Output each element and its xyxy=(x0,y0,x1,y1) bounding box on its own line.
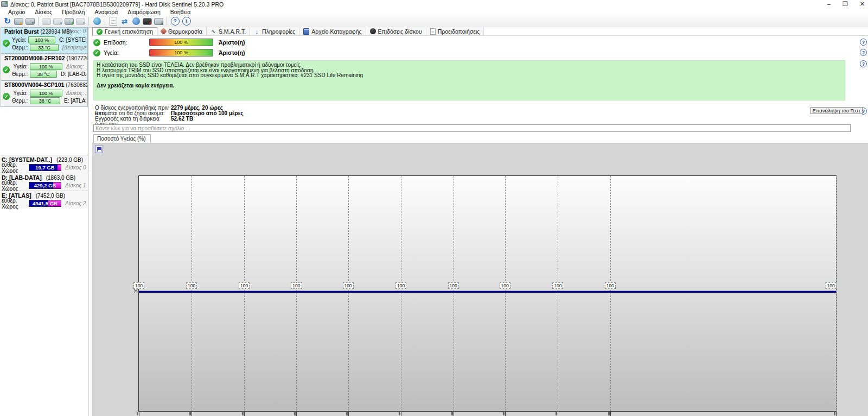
performance-label: Επίδοση: xyxy=(104,39,136,46)
vertical-gridline xyxy=(296,176,297,411)
disk-search-icon[interactable]: ○ xyxy=(75,16,86,26)
monitor-icon[interactable]: ✕ xyxy=(142,16,152,26)
disk-name: Patriot Burst xyxy=(4,28,41,35)
disk-list-item[interactable]: ST2000DM008-2FR102 (1907726 MB)✓Υγεία:10… xyxy=(1,54,88,80)
health-row: ✓ Υγεία: 100 % Άριστο(η) xyxy=(93,49,245,56)
menu-item[interactable]: Δίσκος xyxy=(30,9,57,15)
menu-item[interactable]: Αρχείο xyxy=(3,9,30,15)
performance-bar: 100 % xyxy=(149,39,213,46)
tab-perf[interactable]: Επιδόσεις δίσκου xyxy=(366,27,426,35)
partition-list-item[interactable]: C: [SYSTEM-DAT..](223,0 GB)εύθερ. Χώρος1… xyxy=(1,155,88,173)
performance-value: 100 % xyxy=(174,40,188,45)
disk-status-bar: 38 °C xyxy=(30,71,57,78)
x-axis-tick xyxy=(558,411,558,416)
save-chart-icon[interactable] xyxy=(95,146,103,153)
help-icon[interactable]: ? xyxy=(860,49,867,56)
tab-bar: ✓Γενική επισκόπησηΘερμοκρασία∿S.M.A.R.T.… xyxy=(92,27,868,36)
menu-item[interactable]: Διαμόρφωση xyxy=(123,9,165,15)
globe-icon[interactable] xyxy=(92,16,102,26)
assessment-box: Η κατάσταση του SSD είναι ΤΕΛΕΙΑ. Δεν βρ… xyxy=(93,60,845,100)
x-axis-label-fragment xyxy=(451,412,453,415)
report-icon[interactable] xyxy=(108,16,118,26)
disk-header: Δίσκος: 0Patriot Burst (228934 MB) xyxy=(1,28,87,35)
tab-check[interactable]: ✓Γενική επισκόπηση xyxy=(92,27,157,35)
x-axis-tick xyxy=(610,411,611,416)
x-axis-label-fragment xyxy=(189,412,191,415)
chart-tab-row: Ποσοστό Υγείας (%) xyxy=(93,134,151,143)
info-icon[interactable]: i xyxy=(181,16,192,26)
stat-value: 52.62 TB xyxy=(171,116,193,122)
stat-label: Εγγραφές κατά τη διάρκεια ζωής του: xyxy=(95,116,171,122)
disk-name: ST2000DM008-2FR102 xyxy=(4,55,66,61)
chart-tab-health-percent[interactable]: Ποσοστό Υγείας (%) xyxy=(93,134,151,143)
disk-status-bar: 100 % xyxy=(30,90,62,97)
disk-status-bar: 100 % xyxy=(30,63,62,70)
hard-disk-sentinel-window: Δίσκος: 0, Patriot Burst [BAC7078B1B5300… xyxy=(0,0,868,416)
close-button[interactable]: ✕ xyxy=(860,0,865,8)
assessment-action: Δεν χρειάζεται καμία ενέργεια. xyxy=(97,83,842,89)
tab-thermo[interactable]: Θερμοκρασία xyxy=(157,27,207,35)
tab-alert[interactable]: Προειδοποιήσεις xyxy=(426,27,484,35)
menu-item[interactable]: Βοήθεια xyxy=(165,9,196,15)
disk-ok-icon[interactable]: ● xyxy=(64,16,74,26)
sync-icon[interactable]: ⇄ xyxy=(119,16,130,26)
x-axis-label-fragment xyxy=(834,412,835,415)
toolbar: ↻▲✦●●○⇄✕◢?i xyxy=(0,15,868,28)
x-axis-label-fragment xyxy=(242,412,244,415)
ok-check-icon: ✓ xyxy=(93,39,100,46)
alert-tab-icon xyxy=(430,28,436,35)
stat-row: Εγγραφές κατά τη διάρκεια ζωής του:52.62… xyxy=(95,116,244,122)
menu-item[interactable]: Προβολή xyxy=(57,9,90,15)
data-point-label: 100 xyxy=(342,282,353,289)
tab-log[interactable]: Αρχείο Καταγραφής xyxy=(299,27,366,35)
x-axis-label-fragment xyxy=(608,412,610,415)
partition-disk-number: Δίσκος 1 xyxy=(65,182,86,188)
comment-input[interactable] xyxy=(93,124,851,132)
disk-header: ST2000DM008-2FR102 (1907726 MB) xyxy=(1,54,87,62)
ok-check-icon: ✓ xyxy=(3,93,10,100)
tab-label: Προειδοποιήσεις xyxy=(438,28,480,35)
health-value: 100 % xyxy=(174,50,188,55)
data-point-label: 100 xyxy=(186,282,197,289)
help-icon[interactable]: ? xyxy=(860,39,867,46)
free-space-bar: 19,7 GB xyxy=(29,164,61,171)
tab-info[interactable]: ↓Πληροφορίες xyxy=(250,27,299,35)
tab-smart[interactable]: ∿S.M.A.R.T. xyxy=(207,27,250,35)
ok-check-icon: ✓ xyxy=(93,49,100,56)
partition-list-item[interactable]: E: [ATLAS](7452,0 GB)εύθερ. Χώρος4941,5 … xyxy=(1,191,88,209)
disk-list-item[interactable]: ST8000VN004-3CP101 (7630882 MB)✓Υγεία:10… xyxy=(1,80,88,107)
vertical-gridline xyxy=(401,176,401,411)
toolbar-separator xyxy=(88,17,89,26)
disk-size: (1907726 MB) xyxy=(66,55,87,61)
log-tab-icon xyxy=(303,28,309,35)
disk-row-label: Θερμ.: xyxy=(12,45,28,51)
performance-row: ✓ Επίδοση: 100 % Άριστο(η) xyxy=(93,39,245,46)
network-icon[interactable] xyxy=(131,16,141,26)
data-point-label: 100 xyxy=(552,282,563,289)
sound-icon[interactable]: ◢ xyxy=(154,16,164,26)
menu-item[interactable]: Αναφορά xyxy=(90,9,123,15)
disk-settings-icon[interactable]: ✦ xyxy=(25,16,35,26)
help-icon[interactable]: ? xyxy=(170,16,180,26)
disk-list-item[interactable]: Δίσκος: 0Patriot Burst (228934 MB)✓Υγεία… xyxy=(1,27,88,54)
partition-list: C: [SYSTEM-DAT..](223,0 GB)εύθερ. Χώρος1… xyxy=(0,155,88,209)
disk-status-bar: 100 % xyxy=(28,36,55,43)
disk-list: Δίσκος: 0Patriot Burst (228934 MB)✓Υγεία… xyxy=(0,27,88,107)
partition-list-item[interactable]: D: [LAB-DATA](1863,0 GB)εύθερ. Χώρος429,… xyxy=(1,173,88,191)
disk-clock-icon[interactable]: ● xyxy=(53,16,63,26)
help-icon[interactable]: ? xyxy=(860,60,867,67)
retest-button[interactable]: Επανάληψη του Τεστ xyxy=(810,107,863,114)
data-point-label: 100 xyxy=(826,282,837,289)
disk-warning-icon[interactable]: ▲ xyxy=(14,16,24,26)
disk-test-icon[interactable] xyxy=(41,16,52,26)
toolbar-separator xyxy=(38,17,39,26)
disk-row-label: Υγεία: xyxy=(12,64,28,70)
x-axis-label-fragment xyxy=(556,412,557,415)
refresh-icon[interactable]: ↻ xyxy=(2,16,12,26)
disk-status-row: Υγεία:100 %Δίσκος: 1 xyxy=(12,63,86,70)
restore-button[interactable]: ❐ xyxy=(843,0,848,8)
minimize-button[interactable]: – xyxy=(827,0,831,8)
free-space-value: 429,2 GB xyxy=(29,182,61,188)
disk-row-right-label: E: [ATLAS] xyxy=(64,98,86,104)
toolbar-separator xyxy=(167,17,167,26)
